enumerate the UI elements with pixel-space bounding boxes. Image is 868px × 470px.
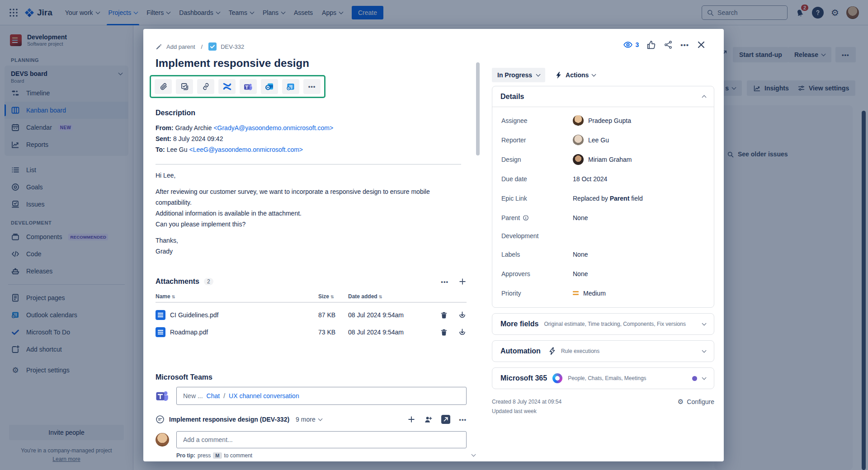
- field-due-date: Due date 18 Oct 2024: [492, 169, 714, 188]
- chevron-down-icon: [536, 72, 541, 77]
- integration-toolbar-highlight: •••: [150, 75, 326, 98]
- attach-button[interactable]: [155, 79, 172, 94]
- from-email-link[interactable]: <GradyA@yasoondemo.onmicrosoft.com>: [213, 124, 333, 132]
- created-timestamp: Created 8 July 2024 at 09:54: [492, 397, 561, 407]
- breadcrumb: Add parent / DEV-332: [156, 29, 467, 51]
- pdf-file-icon: [156, 327, 165, 337]
- attachment-name-cell[interactable]: Roadmap.pdf: [156, 327, 318, 337]
- comment-input[interactable]: [176, 431, 467, 448]
- column-header-size[interactable]: Size⇅: [318, 293, 348, 300]
- link-issue-button[interactable]: [197, 79, 214, 94]
- field-reporter: Reporter Lee Gu: [492, 130, 714, 150]
- teams-new-label: New ...: [183, 392, 203, 400]
- comment-row: [156, 431, 467, 448]
- lightning-icon: [555, 71, 562, 79]
- pencil-icon: [156, 43, 162, 50]
- field-labels: Labels None: [492, 244, 714, 264]
- issue-key[interactable]: DEV-332: [221, 43, 244, 50]
- field-priority: Priority Medium: [492, 283, 714, 303]
- field-epic-link: Epic Link Replaced by Parent field: [492, 188, 714, 208]
- status-dropdown[interactable]: In Progress: [492, 68, 545, 82]
- outlook-email-button[interactable]: [261, 79, 278, 94]
- keyboard-key-m: M: [213, 452, 222, 459]
- more-icon: •••: [308, 83, 316, 90]
- issue-meta: Created 8 July 2024 at 09:54 Updated las…: [492, 397, 714, 416]
- status-dot-icon: [692, 376, 697, 381]
- conversation-title: Implement responsive design (DEV-332): [169, 416, 289, 423]
- chevron-down-icon: [318, 417, 322, 421]
- info-icon[interactable]: [523, 215, 529, 221]
- pdf-file-icon: [156, 310, 165, 320]
- teams-row: New ... Chat / UX channel conversation: [156, 387, 467, 405]
- teams-section-heading: Microsoft Teams: [156, 373, 467, 381]
- modal-scrollbar[interactable]: [476, 62, 480, 155]
- email-signoff: Thanks, Grady: [156, 235, 430, 257]
- current-user-avatar: [156, 433, 169, 446]
- conversation-more-button[interactable]: •••: [459, 416, 467, 423]
- email-meta: From: Grady Archie <GradyA@yasoondemo.on…: [156, 122, 467, 155]
- attachments-count: 2: [204, 278, 213, 285]
- email-greeting: Hi Lee,: [156, 170, 430, 181]
- field-development: Development: [492, 227, 714, 244]
- scroll-down-icon[interactable]: [472, 452, 476, 457]
- conversation-row: Implement responsive design (DEV-332) 9 …: [156, 415, 467, 424]
- toolbar-more-button[interactable]: •••: [303, 79, 321, 94]
- email-body: After reviewing our customer survey, we …: [156, 186, 430, 230]
- description-divider: [156, 164, 461, 164]
- to-email-link[interactable]: <LeeG@yasoondemo.onmicrosoft.com>: [189, 146, 303, 153]
- teams-channel-link[interactable]: UX channel conversation: [229, 392, 299, 400]
- attachments-table: Name⇅ Size⇅ Date added⇅ CI Guidelines.pd…: [156, 291, 467, 341]
- delete-attachment-button[interactable]: [440, 311, 448, 320]
- attachment-row: Roadmap.pdf 73 KB 08 Jul 2024 9:54am: [156, 324, 467, 341]
- jira-screen: Jira Your work Projects Filters Dashboar…: [0, 0, 868, 470]
- attachment-name-cell[interactable]: CI Guidelines.pdf: [156, 310, 318, 320]
- field-design: Design Miriam Graham: [492, 150, 714, 169]
- teams-separator: /: [223, 392, 225, 400]
- breadcrumb-separator: /: [201, 43, 203, 50]
- open-in-teams-button[interactable]: [441, 415, 450, 424]
- more-fields-card[interactable]: More fields Original estimate, Time trac…: [492, 313, 714, 335]
- teams-chat-link[interactable]: Chat: [207, 392, 220, 400]
- description-heading: Description: [156, 109, 467, 117]
- field-parent: Parent None: [492, 208, 714, 227]
- microsoft-teams-button[interactable]: [240, 79, 257, 94]
- field-approvers: Approvers None: [492, 264, 714, 283]
- attachment-size-cell: 87 KB: [318, 311, 348, 319]
- add-attachment-button[interactable]: [458, 277, 467, 286]
- chevron-down-icon: [702, 376, 707, 380]
- add-child-issue-button[interactable]: [176, 79, 193, 94]
- chevron-down-icon: [592, 72, 596, 77]
- add-conversation-button[interactable]: [407, 415, 415, 423]
- chevron-down-icon: [702, 348, 707, 353]
- issue-title[interactable]: Implement responsive design: [156, 57, 467, 70]
- outlook-calendar-button[interactable]: [282, 79, 299, 94]
- add-parent-link[interactable]: Add parent: [166, 43, 195, 50]
- microsoft-365-card[interactable]: Microsoft 365 People, Chats, Emails, Mee…: [492, 367, 714, 389]
- actions-dropdown[interactable]: Actions: [555, 71, 595, 79]
- conversation-icon: [156, 415, 165, 424]
- download-attachment-button[interactable]: [458, 311, 467, 320]
- automation-card[interactable]: Automation Rule executions: [492, 340, 714, 362]
- details-card-header[interactable]: Details: [492, 86, 714, 107]
- assignee-avatar: [573, 115, 584, 126]
- sort-icon: ⇅: [330, 295, 334, 299]
- column-header-date[interactable]: Date added⇅: [348, 293, 430, 300]
- field-assignee: Assignee Pradeep Gupta: [492, 111, 714, 130]
- confluence-button[interactable]: [218, 79, 236, 94]
- task-type-icon: [208, 42, 217, 51]
- column-header-name[interactable]: Name⇅: [156, 293, 318, 300]
- microsoft-teams-logo-icon: [156, 389, 169, 403]
- conversation-more-dropdown[interactable]: 9 more: [296, 416, 322, 423]
- configure-button[interactable]: ⚙ Configure: [678, 397, 714, 416]
- sort-icon: ⇅: [379, 295, 382, 299]
- microsoft-365-logo-icon: [552, 373, 562, 383]
- issue-detail-modal: 3 ••• Add parent / DEV-332 Implement res…: [143, 29, 724, 461]
- priority-medium-icon: [573, 291, 579, 295]
- download-attachment-button[interactable]: [458, 328, 467, 337]
- attachments-header: Attachments 2 •••: [156, 277, 467, 286]
- attachments-more-button[interactable]: •••: [441, 278, 448, 285]
- add-people-button[interactable]: [424, 415, 433, 424]
- delete-attachment-button[interactable]: [440, 328, 448, 337]
- issue-main-column: Add parent / DEV-332 Implement responsiv…: [156, 29, 467, 461]
- issue-side-panel: In Progress Actions Details Assignee Pra…: [492, 29, 714, 416]
